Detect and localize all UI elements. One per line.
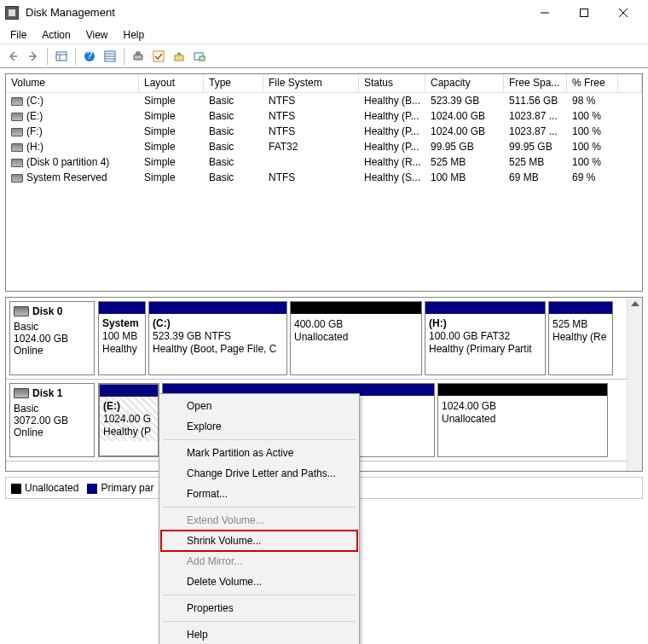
back-button[interactable]	[3, 47, 22, 66]
svg-rect-14	[136, 52, 140, 55]
col-blank	[618, 74, 642, 92]
partition[interactable]: (H:)100.00 GB FAT32Healthy (Primary Part…	[425, 301, 546, 375]
col-layout[interactable]: Layout	[139, 74, 204, 92]
help-icon[interactable]: ?	[80, 47, 99, 66]
table-row[interactable]: (H:)SimpleBasicFAT32Healthy (P...99.95 G…	[6, 139, 642, 154]
svg-text:?: ?	[87, 50, 93, 61]
disk-icon	[14, 306, 29, 316]
ctx-add-mirror: Add Mirror...	[161, 551, 357, 571]
volume-icon	[11, 143, 23, 152]
col-free[interactable]: Free Spa...	[504, 74, 567, 92]
svg-rect-4	[56, 52, 67, 61]
title-bar: Disk Management	[0, 0, 648, 26]
svg-rect-15	[153, 51, 164, 61]
partition[interactable]: (C:)523.39 GB NTFSHealthy (Boot, Page Fi…	[148, 301, 287, 375]
svg-rect-1	[581, 9, 588, 16]
toolbar-list-icon[interactable]	[101, 47, 119, 66]
disk-header[interactable]: Disk 0Basic1024.00 GBOnline	[9, 301, 95, 375]
volume-icon	[11, 113, 23, 121]
ctx-shrink[interactable]: Shrink Volume...	[161, 531, 357, 551]
scrollbar[interactable]	[627, 298, 642, 471]
disk-icon	[14, 388, 29, 398]
partition[interactable]: (E:)1024.00 GHealthy (P	[98, 383, 159, 457]
table-row[interactable]: System ReservedSimpleBasicNTFSHealthy (S…	[6, 170, 642, 185]
volume-table-header: Volume Layout Type File System Status Ca…	[6, 74, 642, 93]
refresh-icon[interactable]	[129, 47, 148, 66]
partition[interactable]: 525 MBHealthy (Re	[548, 301, 613, 375]
table-row[interactable]: (Disk 0 partition 4)SimpleBasicHealthy (…	[6, 154, 642, 170]
disk-header[interactable]: Disk 1Basic3072.00 GBOnline	[9, 383, 95, 457]
volume-icon	[11, 97, 23, 106]
partition[interactable]: System100 MBHealthy	[98, 301, 146, 375]
settings-icon[interactable]	[190, 47, 209, 66]
menu-bar: File Action View Help	[0, 26, 648, 44]
minimize-button[interactable]	[525, 0, 564, 26]
action-up-icon[interactable]	[170, 47, 188, 66]
ctx-delete[interactable]: Delete Volume...	[161, 571, 357, 592]
ctx-help[interactable]: Help	[161, 624, 357, 644]
menu-file[interactable]: File	[3, 27, 33, 43]
disk-row: Disk 0Basic1024.00 GBOnlineSystem100 MBH…	[6, 298, 627, 380]
table-row[interactable]: (E:)SimpleBasicNTFSHealthy (P...1024.00 …	[6, 108, 642, 124]
col-type[interactable]: Type	[204, 74, 263, 92]
volume-table: Volume Layout Type File System Status Ca…	[5, 73, 643, 292]
menu-help[interactable]: Help	[117, 27, 152, 43]
table-row[interactable]: (C:)SimpleBasicNTFSHealthy (B...523.39 G…	[6, 93, 642, 108]
ctx-format[interactable]: Format...	[161, 484, 357, 504]
close-button[interactable]	[604, 0, 643, 26]
maximize-button[interactable]	[564, 0, 604, 26]
toolbar-show-icon[interactable]	[52, 47, 71, 66]
forward-button[interactable]	[24, 47, 43, 66]
col-volume[interactable]: Volume	[6, 74, 139, 92]
svg-rect-16	[175, 55, 183, 61]
legend-unallocated: Unallocated	[11, 482, 78, 494]
ctx-properties[interactable]: Properties	[161, 598, 357, 618]
table-row[interactable]: (F:)SimpleBasicNTFSHealthy (P...1024.00 …	[6, 124, 642, 139]
window-title: Disk Management	[26, 6, 525, 19]
col-pctfree[interactable]: % Free	[567, 74, 618, 92]
menu-action[interactable]: Action	[35, 27, 77, 43]
volume-icon	[11, 128, 23, 136]
ctx-extend: Extend Volume...	[161, 510, 357, 531]
legend-primary: Primary par	[87, 482, 153, 494]
partition[interactable]: 400.00 GBUnallocated	[290, 301, 422, 375]
scroll-up-icon[interactable]	[631, 301, 639, 306]
svg-rect-18	[200, 56, 205, 61]
ctx-open[interactable]: Open	[161, 396, 357, 416]
check-icon[interactable]	[149, 47, 168, 66]
col-filesystem[interactable]: File System	[263, 74, 359, 92]
volume-icon	[11, 174, 23, 183]
menu-view[interactable]: View	[79, 27, 115, 43]
col-capacity[interactable]: Capacity	[425, 74, 504, 92]
svg-rect-13	[134, 55, 142, 60]
ctx-mark-active[interactable]: Mark Partition as Active	[161, 443, 357, 463]
ctx-explore[interactable]: Explore	[161, 416, 357, 437]
toolbar: ?	[0, 44, 648, 68]
volume-icon	[11, 159, 23, 167]
app-icon	[5, 6, 19, 20]
partition[interactable]: 1024.00 GBUnallocated	[437, 383, 608, 457]
ctx-change-letter[interactable]: Change Drive Letter and Paths...	[161, 463, 357, 484]
col-status[interactable]: Status	[359, 74, 425, 92]
context-menu: Open Explore Mark Partition as Active Ch…	[159, 393, 360, 644]
